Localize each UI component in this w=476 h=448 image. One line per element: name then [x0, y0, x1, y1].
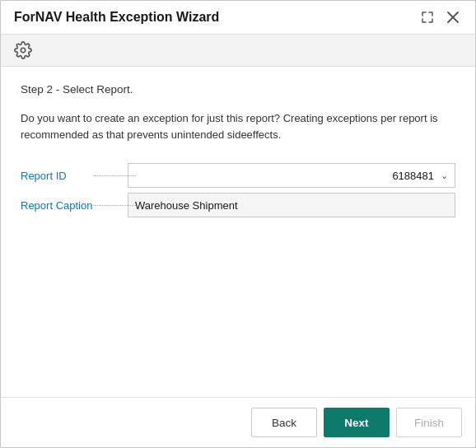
report-id-input[interactable]: 6188481 ⌄	[128, 163, 455, 188]
report-caption-row: Report Caption Warehouse Shipment	[21, 192, 455, 218]
report-caption-label: Report Caption	[21, 199, 128, 212]
dialog-container: ForNAV Health Exception Wizard Step 2 - …	[0, 0, 476, 448]
report-caption-text: Warehouse Shipment	[135, 199, 238, 212]
finish-button: Finish	[396, 408, 462, 437]
report-id-row: Report ID 6188481 ⌄	[21, 162, 455, 189]
gear-bar	[1, 35, 475, 67]
report-id-value-wrap: 6188481 ⌄	[128, 163, 455, 188]
back-button[interactable]: Back	[251, 408, 317, 437]
step-label: Step 2 - Select Report.	[21, 83, 455, 96]
expand-icon	[421, 11, 434, 24]
spacer	[21, 222, 455, 384]
report-caption-value-wrap: Warehouse Shipment	[128, 193, 455, 217]
close-button[interactable]	[444, 10, 462, 25]
expand-button[interactable]	[418, 9, 437, 26]
report-caption-value: Warehouse Shipment	[128, 193, 455, 217]
report-id-label: Report ID	[21, 170, 128, 182]
title-bar: ForNAV Health Exception Wizard	[1, 1, 475, 35]
dialog-footer: Back Next Finish	[1, 397, 475, 447]
description-text: Do you want to create an exception for j…	[21, 110, 455, 142]
close-icon	[447, 12, 459, 23]
report-id-dropdown-arrow: ⌄	[441, 170, 448, 181]
dialog-title: ForNAV Health Exception Wizard	[14, 10, 219, 25]
svg-point-2	[21, 48, 26, 53]
gear-icon	[14, 41, 32, 59]
title-actions	[418, 9, 462, 26]
dialog-body: Step 2 - Select Report. Do you want to c…	[1, 67, 475, 397]
next-button[interactable]: Next	[324, 408, 390, 437]
report-id-value: 6188481	[135, 170, 434, 182]
